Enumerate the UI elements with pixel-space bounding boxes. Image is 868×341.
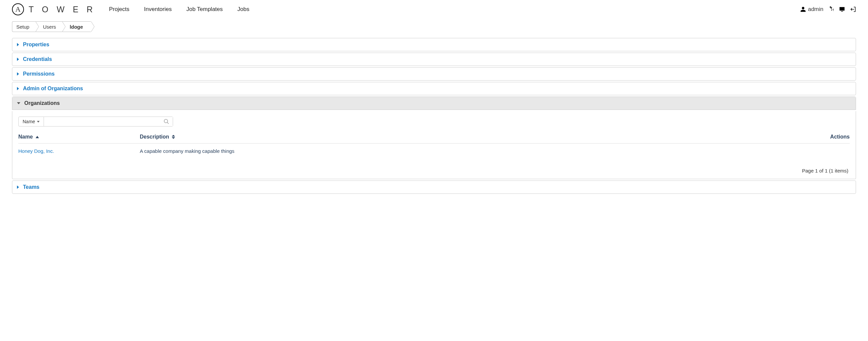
section-organizations-header[interactable]: Organizations — [12, 97, 856, 110]
svg-rect-0 — [840, 7, 845, 11]
setup-icon[interactable] — [828, 6, 834, 12]
breadcrumb: Setup Users ldoge — [12, 21, 856, 32]
breadcrumb-current[interactable]: ldoge — [62, 21, 91, 32]
org-name-cell: Honey Dog, Inc. — [18, 148, 140, 154]
top-nav: A T O W E R Projects Inventories Job Tem… — [0, 0, 868, 19]
section-properties-title: Properties — [23, 41, 49, 48]
nav-items: Projects Inventories Job Templates Jobs — [109, 6, 249, 13]
breadcrumb-setup[interactable]: Setup — [12, 21, 35, 32]
section-admin-orgs-header[interactable]: Admin of Organizations — [12, 82, 856, 95]
brand-name: T O W E R — [29, 5, 95, 14]
svg-line-3 — [167, 122, 169, 124]
svg-point-2 — [164, 119, 168, 123]
org-actions-cell — [790, 148, 850, 154]
search-row: Name — [18, 117, 850, 126]
column-name-label: Name — [18, 134, 33, 140]
org-description-cell: A capable company making capable things — [140, 148, 790, 154]
table-row: Honey Dog, Inc. A capable company making… — [18, 144, 850, 159]
main-content: Setup Users ldoge Properties Credentials… — [0, 19, 868, 202]
user-icon — [800, 6, 806, 12]
search-filter-label: Name — [23, 119, 35, 124]
section-credentials-title: Credentials — [23, 56, 52, 62]
column-actions: Actions — [790, 134, 850, 140]
section-properties: Properties — [12, 38, 856, 51]
search-filter-select[interactable]: Name — [18, 117, 44, 126]
organizations-table: Name Description Actions Honey Dog, Inc.… — [18, 134, 850, 159]
section-organizations-title: Organizations — [24, 100, 60, 106]
nav-inventories[interactable]: Inventories — [144, 6, 172, 13]
org-name-link[interactable]: Honey Dog, Inc. — [18, 148, 54, 154]
monitor-icon[interactable] — [839, 6, 845, 12]
topnav-right: admin — [800, 6, 856, 13]
caret-right-icon — [17, 43, 19, 46]
section-organizations: Organizations — [12, 96, 856, 110]
section-credentials: Credentials — [12, 53, 856, 66]
logout-icon[interactable] — [850, 6, 856, 12]
organizations-panel: Name Name Description Actions — [12, 111, 856, 179]
search-icon[interactable] — [163, 118, 169, 124]
section-properties-header[interactable]: Properties — [12, 38, 856, 51]
section-teams: Teams — [12, 180, 856, 194]
current-user[interactable]: admin — [800, 6, 824, 13]
sort-icon — [172, 135, 175, 139]
section-credentials-header[interactable]: Credentials — [12, 53, 856, 65]
table-header: Name Description Actions — [18, 134, 850, 144]
brand[interactable]: A T O W E R — [12, 3, 95, 15]
caret-right-icon — [17, 72, 19, 76]
sort-asc-icon — [36, 136, 39, 138]
search-input-wrap — [44, 117, 173, 126]
column-description-label: Description — [140, 134, 169, 140]
section-permissions-header[interactable]: Permissions — [12, 67, 856, 80]
brand-logo-icon: A — [12, 3, 24, 15]
section-admin-orgs-title: Admin of Organizations — [23, 86, 83, 92]
caret-right-icon — [17, 87, 19, 90]
section-permissions-title: Permissions — [23, 71, 55, 77]
current-user-name: admin — [808, 6, 824, 13]
nav-jobs[interactable]: Jobs — [237, 6, 249, 13]
breadcrumb-users[interactable]: Users — [35, 21, 62, 32]
section-teams-header[interactable]: Teams — [12, 181, 856, 194]
section-admin-orgs: Admin of Organizations — [12, 82, 856, 95]
column-description[interactable]: Description — [140, 134, 790, 140]
column-actions-label: Actions — [830, 134, 850, 140]
column-name[interactable]: Name — [18, 134, 140, 140]
section-teams-title: Teams — [23, 184, 40, 190]
chevron-down-icon — [37, 121, 40, 122]
section-permissions: Permissions — [12, 67, 856, 81]
nav-projects[interactable]: Projects — [109, 6, 129, 13]
caret-right-icon — [17, 58, 19, 61]
search-input[interactable] — [44, 117, 173, 126]
caret-down-icon — [17, 102, 20, 104]
caret-right-icon — [17, 186, 19, 189]
pagination: Page 1 of 1 (1 items) — [18, 159, 850, 175]
svg-rect-1 — [841, 11, 843, 12]
nav-job-templates[interactable]: Job Templates — [186, 6, 223, 13]
